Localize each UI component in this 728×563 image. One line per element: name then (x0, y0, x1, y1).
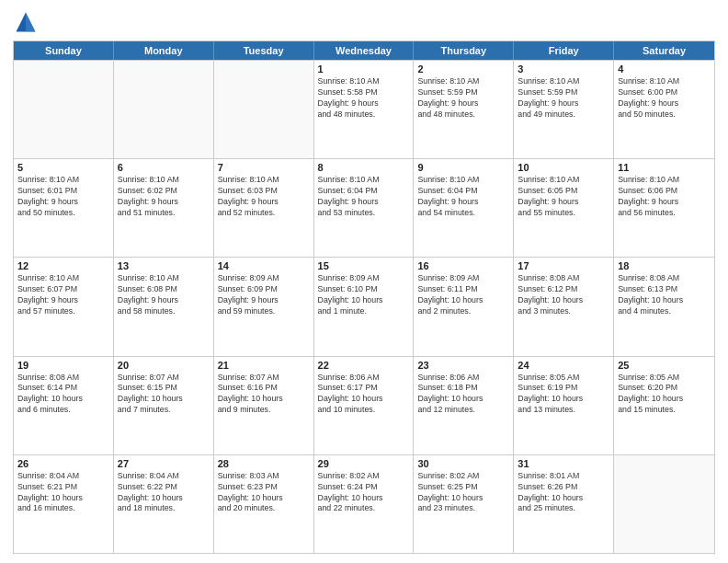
cal-cell: 10Sunrise: 8:10 AM Sunset: 6:05 PM Dayli… (514, 159, 614, 257)
day-number: 14 (218, 260, 310, 271)
day-number: 29 (318, 458, 410, 469)
cal-cell: 19Sunrise: 8:08 AM Sunset: 6:14 PM Dayli… (14, 357, 114, 454)
day-number: 2 (417, 63, 509, 75)
cal-cell: 13Sunrise: 8:10 AM Sunset: 6:08 PM Dayli… (114, 258, 214, 355)
day-number: 8 (318, 162, 410, 173)
page: SundayMondayTuesdayWednesdayThursdayFrid… (0, 0, 728, 563)
cell-text: Sunrise: 8:08 AM Sunset: 6:12 PM Dayligh… (518, 273, 609, 317)
header-cell-sunday: Sunday (14, 41, 114, 60)
header-cell-friday: Friday (514, 41, 614, 60)
cell-text: Sunrise: 8:03 AM Sunset: 6:23 PM Dayligh… (218, 471, 310, 515)
header-cell-thursday: Thursday (414, 41, 514, 60)
day-number: 18 (618, 260, 711, 271)
calendar-row-1: 1Sunrise: 8:10 AM Sunset: 5:58 PM Daylig… (14, 60, 714, 158)
cell-text: Sunrise: 8:05 AM Sunset: 6:20 PM Dayligh… (618, 373, 711, 417)
calendar-body: 1Sunrise: 8:10 AM Sunset: 5:58 PM Daylig… (14, 60, 714, 553)
calendar: SundayMondayTuesdayWednesdayThursdayFrid… (13, 40, 715, 554)
day-number: 6 (118, 162, 210, 173)
cal-cell: 18Sunrise: 8:08 AM Sunset: 6:13 PM Dayli… (614, 258, 714, 355)
day-number: 11 (618, 162, 711, 173)
cal-cell: 6Sunrise: 8:10 AM Sunset: 6:02 PM Daylig… (114, 159, 214, 257)
cell-text: Sunrise: 8:06 AM Sunset: 6:18 PM Dayligh… (417, 373, 509, 417)
header-cell-monday: Monday (114, 41, 214, 60)
day-number: 3 (518, 63, 609, 75)
cal-cell: 14Sunrise: 8:09 AM Sunset: 6:09 PM Dayli… (214, 258, 314, 355)
cell-text: Sunrise: 8:10 AM Sunset: 6:03 PM Dayligh… (218, 175, 310, 219)
day-number: 17 (518, 260, 609, 271)
cal-cell (614, 455, 714, 553)
cell-text: Sunrise: 8:10 AM Sunset: 6:04 PM Dayligh… (318, 175, 410, 219)
day-number: 28 (218, 458, 310, 469)
cal-cell: 23Sunrise: 8:06 AM Sunset: 6:18 PM Dayli… (414, 357, 514, 454)
cell-text: Sunrise: 8:06 AM Sunset: 6:17 PM Dayligh… (318, 373, 410, 417)
cal-cell (214, 61, 314, 158)
day-number: 25 (618, 360, 711, 371)
cal-cell: 9Sunrise: 8:10 AM Sunset: 6:04 PM Daylig… (414, 159, 514, 257)
day-number: 20 (118, 360, 210, 371)
cell-text: Sunrise: 8:01 AM Sunset: 6:26 PM Dayligh… (518, 471, 609, 515)
cal-cell: 27Sunrise: 8:04 AM Sunset: 6:22 PM Dayli… (114, 455, 214, 553)
cell-text: Sunrise: 8:10 AM Sunset: 6:05 PM Dayligh… (518, 175, 609, 219)
cal-cell: 31Sunrise: 8:01 AM Sunset: 6:26 PM Dayli… (514, 455, 614, 553)
day-number: 13 (118, 260, 210, 271)
logo (13, 9, 42, 35)
cal-cell: 11Sunrise: 8:10 AM Sunset: 6:06 PM Dayli… (614, 159, 714, 257)
cell-text: Sunrise: 8:08 AM Sunset: 6:14 PM Dayligh… (17, 373, 109, 417)
cell-text: Sunrise: 8:10 AM Sunset: 6:00 PM Dayligh… (618, 76, 711, 121)
cal-cell: 28Sunrise: 8:03 AM Sunset: 6:23 PM Dayli… (214, 455, 314, 553)
calendar-header: SundayMondayTuesdayWednesdayThursdayFrid… (14, 41, 714, 60)
day-number: 5 (17, 162, 109, 173)
cell-text: Sunrise: 8:10 AM Sunset: 6:06 PM Dayligh… (618, 175, 711, 219)
cal-cell: 22Sunrise: 8:06 AM Sunset: 6:17 PM Dayli… (314, 357, 415, 454)
cell-text: Sunrise: 8:07 AM Sunset: 6:16 PM Dayligh… (218, 373, 310, 417)
cal-cell: 12Sunrise: 8:10 AM Sunset: 6:07 PM Dayli… (14, 258, 114, 355)
cell-text: Sunrise: 8:02 AM Sunset: 6:25 PM Dayligh… (417, 471, 509, 515)
cell-text: Sunrise: 8:10 AM Sunset: 6:08 PM Dayligh… (118, 273, 210, 317)
day-number: 26 (17, 458, 109, 469)
day-number: 22 (318, 360, 410, 371)
cell-text: Sunrise: 8:09 AM Sunset: 6:09 PM Dayligh… (218, 273, 310, 317)
cell-text: Sunrise: 8:04 AM Sunset: 6:22 PM Dayligh… (118, 471, 210, 515)
header-cell-saturday: Saturday (614, 41, 714, 60)
cell-text: Sunrise: 8:09 AM Sunset: 6:10 PM Dayligh… (318, 273, 410, 317)
cal-cell (14, 61, 114, 158)
logo-icon (13, 9, 39, 35)
calendar-row-5: 26Sunrise: 8:04 AM Sunset: 6:21 PM Dayli… (14, 454, 714, 553)
cell-text: Sunrise: 8:10 AM Sunset: 6:01 PM Dayligh… (17, 175, 109, 219)
calendar-row-4: 19Sunrise: 8:08 AM Sunset: 6:14 PM Dayli… (14, 356, 714, 454)
day-number: 1 (318, 63, 410, 75)
day-number: 10 (518, 162, 609, 173)
cell-text: Sunrise: 8:09 AM Sunset: 6:11 PM Dayligh… (417, 273, 509, 317)
day-number: 27 (118, 458, 210, 469)
cal-cell: 1Sunrise: 8:10 AM Sunset: 5:58 PM Daylig… (314, 61, 415, 158)
cal-cell: 4Sunrise: 8:10 AM Sunset: 6:00 PM Daylig… (614, 61, 714, 158)
header-cell-wednesday: Wednesday (314, 41, 415, 60)
cell-text: Sunrise: 8:02 AM Sunset: 6:24 PM Dayligh… (318, 471, 410, 515)
cal-cell: 2Sunrise: 8:10 AM Sunset: 5:59 PM Daylig… (414, 61, 514, 158)
day-number: 30 (417, 458, 509, 469)
day-number: 7 (218, 162, 310, 173)
day-number: 9 (417, 162, 509, 173)
cell-text: Sunrise: 8:10 AM Sunset: 5:59 PM Dayligh… (417, 76, 509, 121)
cal-cell: 29Sunrise: 8:02 AM Sunset: 6:24 PM Dayli… (314, 455, 415, 553)
svg-marker-1 (26, 13, 36, 32)
cal-cell: 17Sunrise: 8:08 AM Sunset: 6:12 PM Dayli… (514, 258, 614, 355)
day-number: 24 (518, 360, 609, 371)
cal-cell: 7Sunrise: 8:10 AM Sunset: 6:03 PM Daylig… (214, 159, 314, 257)
cell-text: Sunrise: 8:10 AM Sunset: 6:07 PM Dayligh… (17, 273, 109, 317)
day-number: 31 (518, 458, 609, 469)
day-number: 15 (318, 260, 410, 271)
header-cell-tuesday: Tuesday (214, 41, 314, 60)
day-number: 16 (417, 260, 509, 271)
day-number: 23 (417, 360, 509, 371)
cell-text: Sunrise: 8:08 AM Sunset: 6:13 PM Dayligh… (618, 273, 711, 317)
cal-cell: 15Sunrise: 8:09 AM Sunset: 6:10 PM Dayli… (314, 258, 415, 355)
cal-cell: 3Sunrise: 8:10 AM Sunset: 5:59 PM Daylig… (514, 61, 614, 158)
cell-text: Sunrise: 8:10 AM Sunset: 5:59 PM Dayligh… (518, 76, 609, 121)
cal-cell: 26Sunrise: 8:04 AM Sunset: 6:21 PM Dayli… (14, 455, 114, 553)
day-number: 12 (17, 260, 109, 271)
calendar-row-2: 5Sunrise: 8:10 AM Sunset: 6:01 PM Daylig… (14, 158, 714, 257)
cell-text: Sunrise: 8:04 AM Sunset: 6:21 PM Dayligh… (17, 471, 109, 515)
cell-text: Sunrise: 8:07 AM Sunset: 6:15 PM Dayligh… (118, 373, 210, 417)
day-number: 4 (618, 63, 711, 75)
